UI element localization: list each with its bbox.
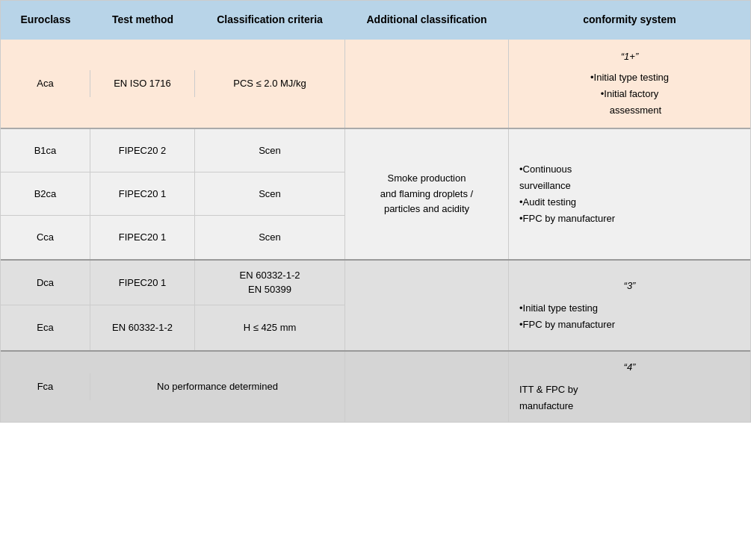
header-conformity: conformity system (509, 8, 750, 32)
eca-classification: H ≤ 425 mm (195, 305, 344, 350)
fca-euroclass: Fca (1, 373, 90, 400)
row-cca: Cca FIPEC20 1 Scen (1, 216, 344, 259)
header-additional: Additional classification (344, 8, 509, 32)
header-euroclass: Euroclass (1, 8, 90, 32)
fca-additional (344, 352, 509, 422)
cca-euroclass: Cca (1, 216, 90, 259)
b-conformity-item1b: surveillance (519, 178, 615, 194)
aca-conformity-title: “1+” (519, 49, 740, 65)
row-fca: Fca No performance determined “4” ITT & … (1, 352, 750, 422)
fca-conformity-item1b: manufacture (519, 398, 740, 414)
b-conformity-item3: •FPC by manufacturer (519, 211, 615, 227)
b2ca-classification: Scen (195, 172, 344, 215)
fca-conformity-item1: ITT & FPC by (519, 382, 740, 398)
dca-test-method: FIPEC20 1 (90, 261, 195, 305)
aca-test-method: EN ISO 1716 (90, 70, 195, 97)
aca-conformity-item-2b: assessment (531, 102, 740, 119)
b-conformity-item2: •Audit testing (519, 194, 615, 211)
eca-euroclass: Eca (1, 305, 90, 350)
aca-euroclass: Aca (1, 70, 90, 97)
d-conformity-item1: •Initial type testing (519, 300, 740, 317)
row-dca: Dca FIPEC20 1 EN 60332-1-2 EN 50399 (1, 261, 344, 305)
row-eca: Eca EN 60332-1-2 H ≤ 425 mm (1, 305, 344, 350)
cca-test-method: FIPEC20 1 (90, 216, 195, 259)
b1ca-euroclass: B1ca (1, 129, 90, 172)
b1ca-test-method: FIPEC20 2 (90, 129, 195, 172)
row-b1ca: B1ca FIPEC20 2 Scen (1, 129, 344, 172)
header-test-method: Test method (90, 8, 195, 32)
aca-conformity-item-1: •Initial type testing (519, 69, 740, 86)
b1ca-classification: Scen (195, 129, 344, 172)
fca-conformity: “4” ITT & FPC by manufacture (509, 352, 750, 422)
d-conformity: “3” •Initial type testing •FPC by manufa… (509, 261, 750, 350)
fca-test-method: No performance determined (90, 373, 344, 400)
d-conformity-item2: •FPC by manufacturer (519, 317, 740, 333)
aca-conformity: “1+” •Initial type testing •Initial fact… (509, 40, 750, 128)
b-additional-text3: particles and acidity (380, 202, 473, 217)
row-aca: Aca EN ISO 1716 PCS ≤ 2.0 MJ/kg “1+” •In… (1, 40, 750, 129)
header-classification: Classification criteria (195, 8, 344, 32)
aca-classification: PCS ≤ 2.0 MJ/kg (195, 70, 344, 97)
b2ca-euroclass: B2ca (1, 172, 90, 215)
aca-conformity-item-2: •Initial factory (519, 86, 740, 102)
b-additional-text2: and flaming droplets / (380, 187, 473, 202)
cca-classification: Scen (195, 216, 344, 259)
table-header: Euroclass Test method Classification cri… (1, 1, 750, 40)
b-additional-text: Smoke production (380, 171, 473, 187)
eca-test-method: EN 60332-1-2 (90, 305, 195, 350)
fca-conformity-title: “4” (519, 359, 740, 376)
aca-additional (344, 40, 509, 128)
b-group: B1ca FIPEC20 2 Scen B2ca FIPEC20 1 Scen … (1, 129, 750, 261)
d-group: Dca FIPEC20 1 EN 60332-1-2 EN 50399 Eca … (1, 261, 750, 352)
b2ca-test-method: FIPEC20 1 (90, 172, 195, 215)
d-additional-classification (344, 261, 509, 350)
dca-euroclass: Dca (1, 261, 90, 305)
b-conformity: •Continuous surveillance •Audit testing … (509, 129, 750, 259)
dca-classification: EN 60332-1-2 EN 50399 (195, 261, 344, 305)
b-additional-classification: Smoke production and flaming droplets / … (344, 129, 509, 259)
row-b2ca: B2ca FIPEC20 1 Scen (1, 172, 344, 216)
d-conformity-title: “3” (519, 278, 740, 294)
b-conformity-item1: •Continuous (519, 161, 615, 178)
